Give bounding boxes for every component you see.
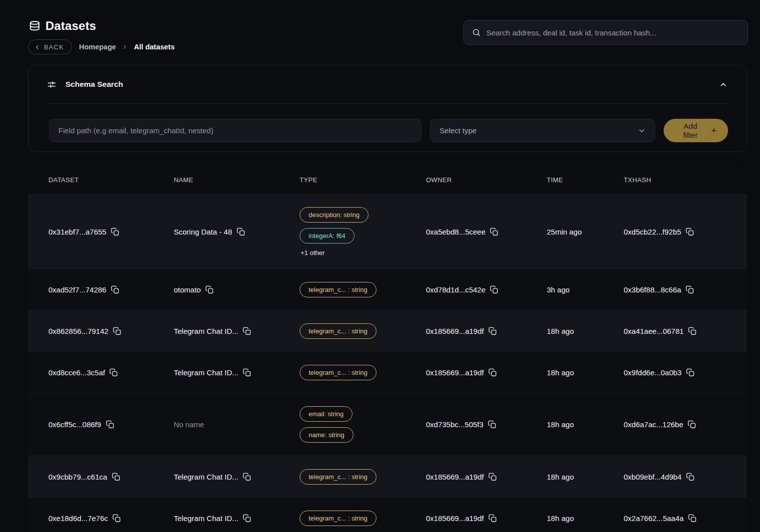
tx-hash: 0xd5cb22...f92b5	[624, 228, 681, 236]
type-badge: telegram_c... : string	[300, 282, 377, 297]
copy-icon[interactable]	[111, 285, 119, 294]
copy-icon[interactable]	[688, 327, 697, 335]
tx-hash: 0xa41aee...06781	[624, 327, 684, 335]
dataset-cell: 0xad52f7...74286	[48, 285, 174, 294]
copy-icon[interactable]	[112, 473, 120, 481]
copy-icon[interactable]	[112, 514, 121, 523]
type-cell: email: stringname: string	[300, 406, 426, 443]
type-badges: telegram_c... : string	[300, 511, 377, 526]
time-cell: 18h ago	[547, 514, 624, 523]
copy-icon[interactable]	[106, 420, 114, 429]
tx-hash: 0x3b6f88...8c66a	[624, 285, 681, 294]
dataset-cell: 0x9cbb79...c61ca	[48, 473, 174, 481]
chevron-left-icon	[34, 44, 40, 50]
copy-icon[interactable]	[113, 327, 121, 335]
copy-icon[interactable]	[488, 420, 496, 429]
back-button[interactable]: BACK	[28, 39, 72, 54]
copy-icon[interactable]	[205, 285, 214, 294]
owner-cell: 0x185669...a19df	[426, 473, 547, 481]
time-cell: 18h ago	[547, 420, 624, 429]
copy-icon[interactable]	[111, 228, 119, 236]
table-row[interactable]: 0x6cff5c...086f9No nameemail: stringname…	[28, 393, 747, 456]
name-cell: Telegram Chat ID...	[174, 473, 300, 481]
dataset-id: 0x9cbb79...c61ca	[48, 473, 107, 481]
table-header: DATASET NAME TYPE OWNER TIME TXHASH	[28, 165, 747, 194]
copy-icon[interactable]	[109, 368, 118, 377]
type-badge: telegram_c... : string	[300, 511, 377, 526]
more-types-label: +1 other	[300, 249, 325, 257]
nav-row: BACK Homepage All datasets	[28, 39, 175, 54]
type-badges: email: stringname: string	[300, 406, 354, 443]
time-cell: 3h ago	[547, 285, 624, 294]
time-ago: 25min ago	[547, 228, 582, 236]
copy-icon[interactable]	[488, 514, 497, 523]
schema-search-title: Schema Search	[65, 80, 123, 89]
dataset-cell: 0xd8cce6...3c5af	[48, 368, 174, 377]
datasets-table: DATASET NAME TYPE OWNER TIME TXHASH 0x31…	[28, 165, 747, 532]
plus-icon: +	[711, 126, 717, 135]
dataset-name: Scoring Data - 48	[174, 228, 232, 236]
copy-icon[interactable]	[243, 327, 251, 335]
copy-icon[interactable]	[488, 473, 497, 481]
copy-icon[interactable]	[686, 228, 694, 236]
type-badges: telegram_c... : string	[300, 323, 377, 339]
copy-icon[interactable]	[243, 368, 251, 377]
table-body: 0x31ebf7...a7655Scoring Data - 48descrip…	[28, 194, 747, 532]
type-badge: telegram_c... : string	[300, 323, 377, 339]
copy-icon[interactable]	[686, 285, 694, 294]
copy-icon[interactable]	[243, 514, 251, 523]
global-search[interactable]	[463, 20, 748, 45]
copy-icon[interactable]	[488, 368, 497, 377]
time-ago: 18h ago	[547, 473, 574, 481]
table-row[interactable]: 0xad52f7...74286otomatotelegram_c... : s…	[28, 268, 747, 310]
txhash-cell: 0xa41aee...06781	[624, 327, 747, 335]
breadcrumb-current: All datasets	[134, 43, 174, 51]
collapse-button[interactable]	[717, 78, 730, 91]
add-filter-label: Add filter	[675, 122, 706, 140]
table-row[interactable]: 0xe18d6d...7e76cTelegram Chat ID...teleg…	[28, 497, 747, 532]
dataset-name: Telegram Chat ID...	[174, 514, 238, 523]
chevron-right-icon	[122, 44, 128, 50]
name-cell: Scoring Data - 48	[174, 228, 300, 236]
time-cell: 25min ago	[547, 228, 624, 236]
table-row[interactable]: 0x862856...79142Telegram Chat ID...teleg…	[28, 310, 747, 351]
page-title: Datasets	[45, 19, 96, 33]
dataset-cell: 0x31ebf7...a7655	[48, 228, 174, 236]
copy-icon[interactable]	[488, 327, 497, 335]
table-row[interactable]: 0xd8cce6...3c5afTelegram Chat ID...teleg…	[28, 351, 747, 393]
table-row[interactable]: 0x9cbb79...c61caTelegram Chat ID...teleg…	[28, 456, 747, 497]
col-txhash: TXHASH	[624, 176, 747, 184]
type-cell: telegram_c... : string	[300, 323, 426, 339]
name-cell: Telegram Chat ID...	[174, 514, 300, 523]
top-bar: Datasets BACK Homepage All datasets	[0, 0, 760, 65]
time-ago: 18h ago	[547, 514, 574, 523]
owner-address: 0x185669...a19df	[426, 473, 484, 481]
copy-icon[interactable]	[490, 285, 498, 294]
search-input[interactable]	[486, 28, 740, 37]
type-cell: telegram_c... : string	[300, 282, 426, 297]
copy-icon[interactable]	[686, 473, 695, 481]
col-name: NAME	[174, 176, 300, 184]
copy-icon[interactable]	[490, 228, 498, 236]
type-select[interactable]: Select type	[430, 119, 655, 142]
copy-icon[interactable]	[686, 368, 695, 377]
type-cell: description: stringintegerA: f64+1 other	[300, 207, 426, 257]
schema-search-header[interactable]: Schema Search	[28, 65, 747, 103]
copy-icon[interactable]	[237, 228, 245, 236]
field-path-input[interactable]	[49, 119, 421, 142]
dataset-name: otomato	[174, 285, 201, 294]
type-cell: telegram_c... : string	[300, 365, 426, 380]
txhash-cell: 0xd5cb22...f92b5	[624, 228, 747, 236]
table-row[interactable]: 0x31ebf7...a7655Scoring Data - 48descrip…	[28, 194, 747, 268]
owner-address: 0x185669...a19df	[426, 368, 484, 377]
copy-icon[interactable]	[688, 514, 697, 523]
dataset-name: Telegram Chat ID...	[174, 327, 238, 335]
tx-hash: 0x2a7662...5aa4a	[624, 514, 684, 523]
type-badges: description: stringintegerA: f64+1 other	[300, 207, 369, 257]
page-title-row: Datasets	[29, 19, 96, 33]
add-filter-button[interactable]: Add filter +	[664, 119, 728, 142]
copy-icon[interactable]	[688, 420, 696, 429]
breadcrumb-home[interactable]: Homepage	[79, 43, 116, 51]
owner-cell: 0xd78d1d...c542e	[426, 285, 547, 294]
copy-icon[interactable]	[243, 473, 251, 481]
